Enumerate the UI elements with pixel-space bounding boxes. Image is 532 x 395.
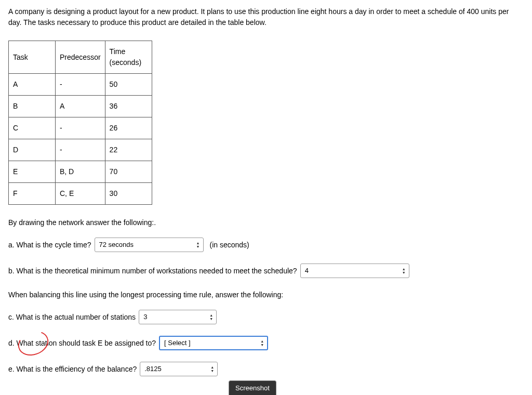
question-a-label: a. What is the cycle time?	[8, 240, 91, 251]
question-a-suffix: (in seconds)	[210, 240, 249, 251]
question-d: d. What station should task E be assigne…	[8, 336, 524, 350]
cell-predecessor: C, E	[56, 183, 105, 205]
cell-task: A	[9, 74, 56, 96]
header-time: Time (seconds)	[105, 41, 152, 74]
chevron-updown-icon: ▲▼	[196, 241, 200, 248]
cell-time: 22	[105, 139, 152, 161]
cell-task: C	[9, 117, 56, 139]
cell-task: D	[9, 139, 56, 161]
cell-predecessor: -	[56, 139, 105, 161]
screenshot-badge: Screenshot	[229, 380, 276, 394]
question-c-label: c. What is the actual number of stations	[8, 312, 136, 323]
select-e[interactable]: .8125 ▲▼	[140, 362, 218, 376]
table-row: BA36	[9, 96, 152, 117]
select-d[interactable]: [ Select ] ▲▼	[159, 336, 268, 350]
cell-predecessor: B, D	[56, 161, 105, 183]
cell-predecessor: -	[56, 74, 105, 96]
select-c-value: 3	[143, 312, 147, 322]
cell-time: 50	[105, 74, 152, 96]
cell-task: F	[9, 183, 56, 205]
cell-predecessor: -	[56, 117, 105, 139]
table-row: A-50	[9, 74, 152, 96]
question-d-label: d. What station should task E be assigne…	[8, 338, 156, 349]
cell-predecessor: A	[56, 96, 105, 117]
header-predecessor: Predecessor	[56, 41, 105, 74]
select-b-value: 4	[305, 266, 309, 276]
table-row: C-26	[9, 117, 152, 139]
chevron-updown-icon: ▲▼	[210, 365, 214, 373]
cell-task: B	[9, 96, 56, 117]
chevron-updown-icon: ▲▼	[209, 313, 213, 321]
cell-task: E	[9, 161, 56, 183]
instruction-1: By drawing the network answer the follow…	[8, 217, 524, 228]
table-row: FC, E30	[9, 183, 152, 205]
cell-time: 26	[105, 117, 152, 139]
task-table: Task Predecessor Time (seconds) A-50BA36…	[8, 41, 152, 205]
question-a: a. What is the cycle time? 72 seconds ▲▼…	[8, 238, 524, 252]
cell-time: 30	[105, 183, 152, 205]
select-b[interactable]: 4 ▲▼	[300, 264, 409, 278]
header-task: Task	[9, 41, 56, 74]
intro-paragraph: A company is designing a product layout …	[8, 6, 524, 28]
select-e-value: .8125	[144, 364, 162, 374]
question-b: b. What is the theoretical minimum numbe…	[8, 264, 524, 278]
select-a[interactable]: 72 seconds ▲▼	[95, 238, 204, 252]
instruction-2: When balancing this line using the longe…	[8, 289, 524, 300]
chevron-updown-icon: ▲▼	[402, 267, 406, 274]
chevron-updown-icon: ▲▼	[260, 339, 264, 347]
table-row: EB, D70	[9, 161, 152, 183]
question-e: e. What is the efficiency of the balance…	[8, 362, 524, 376]
select-a-value: 72 seconds	[99, 240, 134, 250]
table-row: D-22	[9, 139, 152, 161]
select-c[interactable]: 3 ▲▼	[139, 310, 217, 324]
question-c: c. What is the actual number of stations…	[8, 310, 524, 324]
cell-time: 36	[105, 96, 152, 117]
question-b-label: b. What is the theoretical minimum numbe…	[8, 266, 297, 276]
question-e-label: e. What is the efficiency of the balance…	[8, 364, 137, 375]
select-d-value: [ Select ]	[164, 338, 191, 348]
cell-time: 70	[105, 161, 152, 183]
